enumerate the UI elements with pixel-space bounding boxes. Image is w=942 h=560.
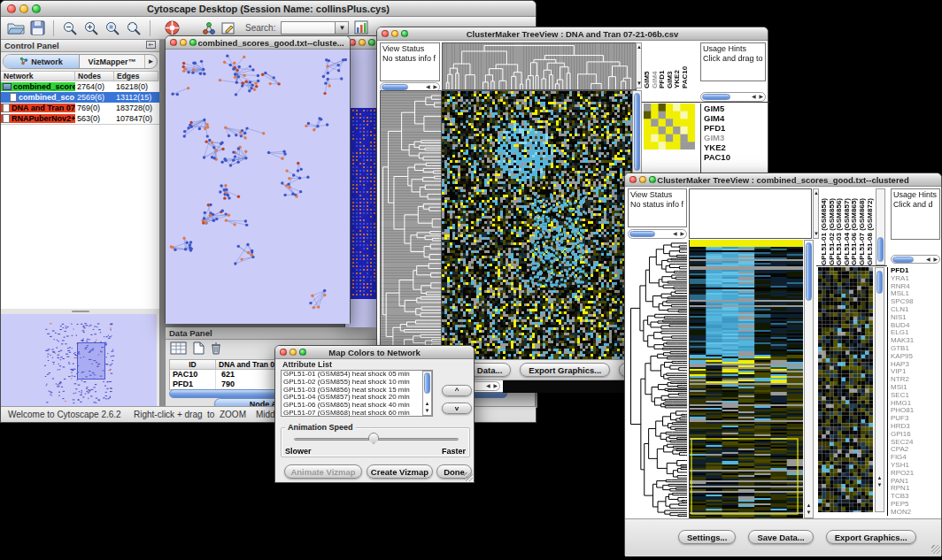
column-labels-vscrollbar[interactable]	[876, 188, 885, 265]
maximize-icon[interactable]	[649, 176, 656, 183]
close-icon[interactable]	[280, 349, 287, 356]
minimize-icon[interactable]	[391, 30, 398, 37]
float-panel-icon[interactable]	[146, 41, 156, 50]
network-row-dna-tran[interactable]: DNA and Tran 07 769(0) 183728(0)	[1, 103, 159, 113]
attribute-list-vscrollbar[interactable]: ▲▼	[422, 371, 432, 416]
control-panel-header[interactable]: Control Panel	[1, 40, 159, 52]
column-label[interactable]: GPL51-06 (GSM865)	[851, 188, 859, 265]
treeview-combined-titlebar[interactable]: ClusterMaker TreeView : combined_scores_…	[625, 173, 941, 187]
resize-grip[interactable]	[931, 545, 940, 554]
global-heatmap-canvas[interactable]	[441, 90, 633, 361]
column-dendrogram-area[interactable]	[689, 188, 812, 239]
zoom-selected-icon[interactable]	[104, 20, 120, 36]
attribute-table-icon[interactable]	[170, 341, 187, 358]
close-icon[interactable]	[7, 4, 16, 13]
minimize-icon[interactable]	[290, 349, 297, 356]
row-label[interactable]: GIM3	[704, 133, 766, 142]
maximize-icon[interactable]	[368, 39, 375, 46]
attr-col-id[interactable]: ID	[170, 360, 216, 370]
open-file-icon[interactable]	[7, 20, 25, 35]
delete-attribute-trash-icon[interactable]	[210, 341, 222, 358]
network-view-canvas[interactable]	[166, 50, 350, 324]
row-label[interactable]: GIM4	[704, 113, 766, 123]
maximize-icon[interactable]	[189, 39, 197, 46]
move-down-button[interactable]: v	[442, 403, 472, 414]
column-dendrogram-canvas[interactable]	[442, 42, 637, 90]
zoom-out-icon[interactable]	[62, 20, 78, 36]
usage-hints-hscrollbar[interactable]: ◀ ▶	[700, 92, 766, 102]
zoom-fit-icon[interactable]	[126, 20, 142, 36]
col-nodes[interactable]: Nodes	[75, 71, 114, 81]
minimize-icon[interactable]	[180, 39, 187, 46]
minimize-icon[interactable]	[19, 4, 28, 13]
report-icon[interactable]	[354, 20, 369, 35]
export-graphics-button[interactable]: Export Graphics...	[520, 363, 610, 377]
row-dendrogram-canvas[interactable]	[380, 90, 442, 361]
tab-vizmapper[interactable]: VizMapper™	[80, 55, 145, 68]
gene-label[interactable]: MON2	[891, 509, 940, 516]
attribute-list-item[interactable]: GPL51-07 (GSM868) heat shock 60 min	[283, 410, 432, 417]
minimize-icon[interactable]	[639, 176, 646, 183]
dendrogram-vscrollbar[interactable]: ▲▼	[813, 188, 819, 239]
gene-list-vscrollbar[interactable]: ▲▼	[875, 267, 884, 512]
column-label[interactable]: PFD1	[659, 42, 667, 88]
tab-network[interactable]: Network	[4, 55, 80, 68]
save-icon[interactable]	[30, 20, 45, 35]
export-graphics-button[interactable]: Export Graphics...	[826, 530, 916, 544]
column-label[interactable]: GPL51-02 (GSM855)	[829, 188, 837, 265]
new-attribute-icon[interactable]	[192, 341, 205, 358]
network-row-selected[interactable]: combined_sco 2569(6) 13112(15)	[1, 92, 159, 103]
close-icon[interactable]	[629, 176, 637, 183]
column-label[interactable]: GPL51-01 (GSM854)	[821, 188, 829, 265]
dialog-titlebar[interactable]: Map Colors to Network	[275, 346, 474, 359]
column-label[interactable]: PAC10	[682, 42, 690, 88]
column-label[interactable]: GPL51-07 (GSM868)	[859, 188, 867, 265]
network-row-rnapuber[interactable]: RNAPuberNov2+ 563(0) 107847(0)	[1, 113, 159, 124]
column-label[interactable]: GPL51-03 (GSM856)	[836, 188, 844, 265]
slower-label: Slower	[285, 447, 312, 456]
save-data-button[interactable]: Save Data...	[748, 530, 813, 544]
row-label[interactable]: GIM5	[704, 104, 766, 113]
heatmap-vscrollbar[interactable]: ▲▼	[804, 240, 814, 518]
search-dropdown-icon[interactable]: ▼	[336, 21, 349, 35]
create-vizmap-button[interactable]: Create Vizmap	[367, 464, 433, 479]
resize-grip[interactable]	[464, 472, 473, 481]
tab-overflow-arrow-icon[interactable]: ►	[145, 55, 157, 68]
global-heatmap-canvas[interactable]	[689, 240, 803, 518]
close-icon[interactable]	[170, 39, 177, 46]
view-status-hscrollbar[interactable]: ◀ ▶	[628, 229, 687, 239]
usage-hints-hscrollbar[interactable]: ◀ ▶	[891, 255, 940, 264]
maximize-icon[interactable]	[32, 4, 41, 13]
minimize-icon[interactable]	[359, 39, 366, 46]
row-label[interactable]: YKE2	[704, 142, 766, 152]
network-window-titlebar[interactable]: combined_scores_good.txt--cluste...	[166, 36, 350, 50]
search-input[interactable]	[281, 21, 336, 35]
zoom-heatmap-canvas[interactable]	[644, 104, 695, 150]
column-label[interactable]: GIM5	[644, 42, 652, 88]
column-label[interactable]: GPL51-08 (GSM872)	[867, 188, 875, 265]
column-label[interactable]: YKE2	[674, 42, 682, 88]
col-edges[interactable]: Edges	[114, 71, 158, 81]
vizmapper-icon[interactable]	[202, 21, 216, 35]
move-up-button[interactable]: ^	[442, 385, 472, 396]
maximize-icon[interactable]	[299, 349, 306, 356]
main-titlebar[interactable]: Cytoscape Desktop (Session Name: collins…	[1, 1, 536, 17]
annotation-icon[interactable]	[221, 21, 236, 35]
col-network[interactable]: Network	[1, 71, 75, 81]
column-label[interactable]: GIM4	[652, 42, 660, 88]
row-label[interactable]: PAC10	[704, 152, 766, 162]
row-label[interactable]: PFD1	[704, 123, 766, 133]
settings-button[interactable]: Settings...	[678, 530, 736, 544]
close-icon[interactable]	[382, 30, 389, 37]
network-row-combined-scores[interactable]: combined_scores 2764(0) 16218(0)	[1, 81, 159, 92]
dendrogram-vscrollbar[interactable]: ▲▼	[636, 42, 642, 88]
birdseye-view-canvas[interactable]	[1, 314, 157, 408]
maximize-icon[interactable]	[401, 30, 408, 37]
zoom-in-icon[interactable]	[83, 20, 99, 36]
zoom-heatmap-canvas[interactable]	[818, 267, 873, 512]
row-dendrogram-canvas[interactable]	[629, 240, 687, 518]
animate-vizmap-button[interactable]: Animate Vizmap	[284, 464, 362, 479]
help-lifesaver-icon[interactable]	[164, 19, 181, 36]
treeview-dna-titlebar[interactable]: ClusterMaker TreeView : DNA and Tran 07-…	[377, 27, 768, 41]
speed-slider-thumb[interactable]	[368, 433, 379, 444]
